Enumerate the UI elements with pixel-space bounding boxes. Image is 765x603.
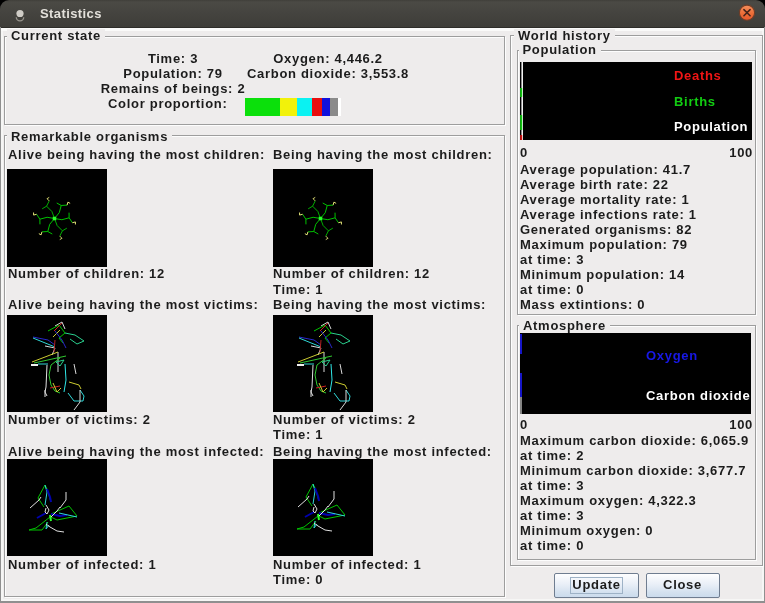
- svg-text:Oxygen: Oxygen: [646, 348, 698, 363]
- svg-text:Births: Births: [674, 94, 716, 109]
- svg-text:Population: Population: [674, 119, 748, 134]
- svg-text:Carbon dioxide: Carbon dioxide: [646, 388, 750, 403]
- svg-text:Deaths: Deaths: [674, 68, 722, 83]
